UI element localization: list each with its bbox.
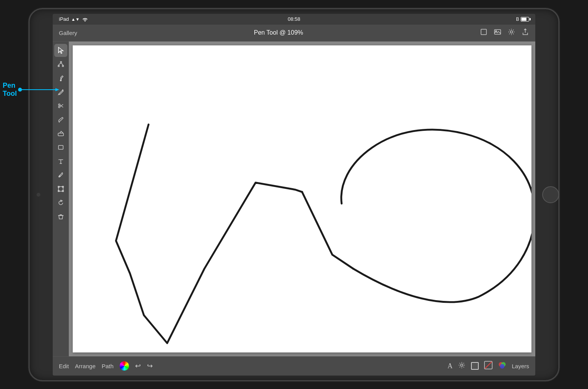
canvas-area[interactable] — [69, 42, 535, 356]
pen-tool-callout: Pen Tool — [3, 82, 59, 98]
wifi-icon: ▲▼ — [71, 17, 80, 22]
status-bar: iPad ▲▼ 08:58 B — [53, 14, 535, 25]
svg-point-24 — [500, 364, 504, 369]
undo-button[interactable]: ↩ — [135, 362, 141, 370]
layers-button[interactable]: Layers — [512, 363, 529, 369]
text-tool-button[interactable] — [54, 155, 67, 168]
pencil-tool-button[interactable] — [54, 85, 67, 99]
svg-rect-16 — [62, 186, 63, 187]
title-right-icons — [480, 28, 529, 37]
bottom-toolbar: Edit Arrange Path ↩ ↪ A — [53, 356, 535, 376]
svg-rect-6 — [62, 65, 63, 67]
eyedropper-tool-button[interactable] — [54, 169, 67, 182]
left-toolbar — [53, 42, 69, 356]
wifi-signal-icon — [82, 17, 88, 22]
left-dot — [37, 193, 40, 197]
rectangle-tool-button[interactable] — [54, 141, 67, 154]
svg-point-9 — [58, 104, 60, 105]
stroke-icon[interactable] — [484, 361, 493, 371]
canvas-svg — [73, 45, 531, 352]
svg-point-0 — [85, 20, 85, 21]
svg-point-19 — [461, 364, 463, 366]
svg-point-10 — [58, 106, 60, 108]
bluetooth-icon: B — [516, 17, 519, 22]
battery-fill — [521, 18, 526, 21]
eraser-tool-button[interactable] — [54, 127, 67, 140]
svg-point-8 — [60, 80, 61, 81]
svg-rect-1 — [481, 29, 486, 35]
delete-tool-button[interactable] — [54, 210, 67, 223]
status-left: iPad ▲▼ — [59, 16, 88, 22]
svg-rect-18 — [62, 190, 63, 192]
frame-icon[interactable] — [480, 28, 488, 37]
svg-point-13 — [59, 176, 60, 177]
drawing-canvas[interactable] — [73, 45, 531, 352]
svg-rect-15 — [58, 186, 59, 187]
image-icon[interactable] — [494, 28, 501, 37]
select-tool-button[interactable] — [54, 44, 67, 57]
ipad-screen: iPad ▲▼ 08:58 B Gallery Pen Tool @ 109% — [53, 14, 535, 376]
scissors-tool-button[interactable] — [54, 99, 67, 112]
redo-button[interactable]: ↪ — [147, 362, 153, 370]
brush-tool-button[interactable] — [54, 113, 67, 126]
svg-rect-5 — [58, 65, 59, 67]
path-menu-item[interactable]: Path — [102, 363, 114, 369]
svg-rect-17 — [58, 190, 59, 192]
battery-icon — [521, 17, 529, 22]
svg-rect-12 — [58, 145, 63, 149]
title-bar: Gallery Pen Tool @ 109% — [53, 25, 535, 42]
ipad-frame: iPad ▲▼ 08:58 B Gallery Pen Tool @ 109% — [28, 8, 560, 381]
pen-tool-button[interactable] — [54, 72, 67, 85]
pen-tool-label-text: Pen Tool — [3, 82, 17, 98]
settings-gear-icon[interactable] — [458, 361, 466, 371]
svg-rect-7 — [60, 62, 62, 63]
status-right: B — [516, 17, 529, 22]
font-icon[interactable]: A — [448, 362, 453, 370]
svg-point-25 — [18, 88, 22, 92]
main-content — [53, 42, 535, 356]
edit-menu-item[interactable]: Edit — [59, 363, 69, 369]
gallery-button[interactable]: Gallery — [59, 30, 77, 36]
export-icon[interactable] — [521, 28, 529, 37]
fill-icon[interactable] — [471, 362, 479, 370]
transform-tool-button[interactable] — [54, 182, 67, 195]
color-wheel-icon[interactable] — [498, 361, 506, 371]
color-swatch[interactable] — [120, 361, 129, 371]
arrange-menu-item[interactable]: Arrange — [75, 363, 95, 369]
document-title: Pen Tool @ 109% — [254, 29, 303, 36]
svg-line-21 — [485, 362, 492, 369]
device-label: iPad — [59, 16, 69, 22]
svg-rect-11 — [58, 133, 63, 136]
home-button[interactable] — [542, 186, 559, 203]
node-tool-button[interactable] — [54, 58, 67, 71]
status-time: 08:58 — [288, 16, 301, 22]
settings-icon[interactable] — [508, 28, 515, 37]
svg-point-4 — [510, 31, 513, 33]
rotate-tool-button[interactable] — [54, 196, 67, 209]
bottom-right-icons: A — [448, 361, 529, 371]
